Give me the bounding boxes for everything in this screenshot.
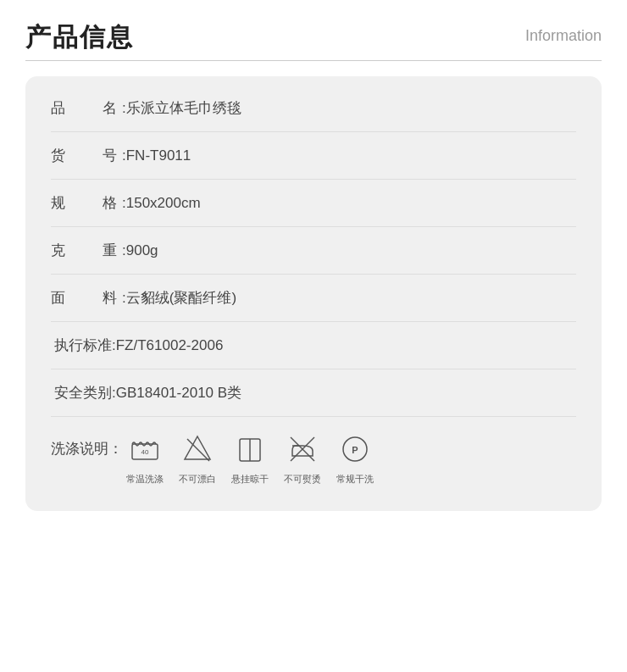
- laundry-icon-dry-clean: P 常规干洗: [336, 430, 374, 486]
- row-value: :900g: [122, 242, 158, 259]
- info-card: 品名 :乐派立体毛巾绣毯 货号 :FN-T9011 规格 :150x200cm …: [25, 76, 602, 511]
- laundry-icon-wash: 40 常温洗涤: [126, 430, 164, 486]
- laundry-caption: 常温洗涤: [126, 473, 164, 486]
- table-row: 克重 :900g: [51, 227, 576, 275]
- table-row: 货号 :FN-T9011: [51, 132, 576, 180]
- row-label: 面料: [51, 288, 119, 308]
- table-row: 面料 :云貂绒(聚酯纤维): [51, 275, 576, 322]
- row-value: :FN-T9011: [122, 147, 191, 164]
- row-value: 安全类别:GB18401-2010 B类: [54, 383, 241, 403]
- no-iron-icon: [284, 430, 321, 468]
- laundry-icon-hang-dry: 悬挂晾干: [231, 430, 269, 486]
- header-divider: [25, 60, 602, 61]
- laundry-row: 洗涤说明： 40 常温洗涤: [51, 417, 576, 494]
- page-container: 产品信息 Information 品名 :乐派立体毛巾绣毯 货号 :FN-T90…: [0, 0, 627, 536]
- hang-dry-icon: [231, 430, 269, 468]
- table-row: 执行标准:FZ/T61002-2006: [51, 322, 576, 369]
- laundry-icon-no-bleach: 不可漂白: [179, 430, 216, 486]
- row-value: :150x200cm: [122, 195, 201, 212]
- row-label: 品名: [51, 98, 119, 118]
- laundry-icon-no-iron: 不可熨烫: [284, 430, 321, 486]
- page-title: 产品信息: [25, 20, 134, 55]
- laundry-icons: 40 常温洗涤 不可漂白: [126, 430, 374, 486]
- dry-clean-icon: P: [336, 430, 374, 468]
- laundry-caption: 常规干洗: [336, 473, 374, 486]
- svg-text:40: 40: [141, 448, 149, 456]
- row-value: :乐派立体毛巾绣毯: [122, 98, 241, 118]
- row-label: 规格: [51, 193, 119, 213]
- row-label: 克重: [51, 241, 119, 260]
- no-bleach-icon: [179, 430, 216, 468]
- row-label: 货号: [51, 146, 119, 165]
- row-value: 执行标准:FZ/T61002-2006: [54, 336, 223, 355]
- table-row: 规格 :150x200cm: [51, 180, 576, 227]
- info-label: Information: [525, 20, 602, 45]
- row-value: :云貂绒(聚酯纤维): [122, 288, 236, 308]
- header: 产品信息 Information: [25, 20, 602, 55]
- table-row: 品名 :乐派立体毛巾绣毯: [51, 85, 576, 132]
- table-row: 安全类别:GB18401-2010 B类: [51, 369, 576, 417]
- laundry-caption: 不可漂白: [179, 473, 216, 486]
- laundry-label: 洗涤说明：: [51, 430, 123, 458]
- wash-icon: 40: [126, 430, 164, 468]
- laundry-caption: 悬挂晾干: [231, 473, 269, 486]
- laundry-caption: 不可熨烫: [284, 473, 321, 486]
- svg-text:P: P: [352, 445, 358, 455]
